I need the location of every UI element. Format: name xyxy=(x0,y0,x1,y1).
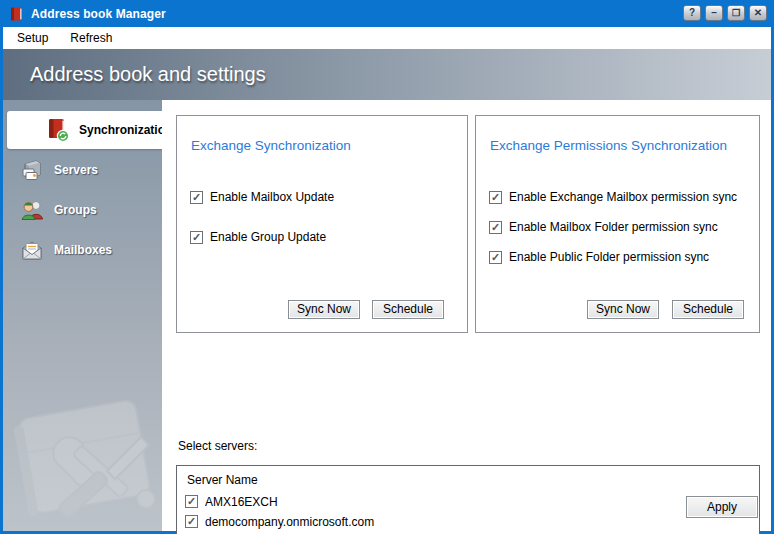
menubar: Setup Refresh xyxy=(3,27,771,49)
sidebar-item-label: Servers xyxy=(54,163,98,177)
sidebar-item-servers[interactable]: Servers xyxy=(3,151,162,189)
sidebar: Synchronization Servers xyxy=(3,100,162,531)
minimize-button[interactable]: – xyxy=(705,5,723,21)
server-row-amx16exch[interactable]: AMX16EXCH xyxy=(185,493,278,510)
checkbox-label: Enable Mailbox Folder permission sync xyxy=(509,220,718,234)
sidebar-item-label: Mailboxes xyxy=(54,243,112,257)
window-title: Address book Manager xyxy=(31,7,166,21)
red-book-icon xyxy=(8,6,24,22)
window-controls: ? – ❒ ✕ xyxy=(683,5,767,21)
sync-book-icon xyxy=(44,117,70,143)
exchange-permissions-sync-panel: Exchange Permissions Synchronization Ena… xyxy=(475,115,760,333)
exchange-sync-title: Exchange Synchronization xyxy=(191,138,351,153)
server-name-column-header: Server Name xyxy=(187,473,258,487)
server-listbox: Server Name AMX16EXCH democompany.onmicr… xyxy=(176,465,760,534)
checkbox-mailbox-folder-permission-sync[interactable]: Enable Mailbox Folder permission sync xyxy=(489,219,718,235)
sidebar-item-label: Synchronization xyxy=(79,123,162,137)
menu-refresh[interactable]: Refresh xyxy=(62,28,120,48)
checkbox-label: Enable Public Folder permission sync xyxy=(509,250,709,264)
tools-watermark-icon xyxy=(3,379,162,531)
checkbox-label: Enable Exchange Mailbox permission sync xyxy=(509,190,737,204)
apply-button[interactable]: Apply xyxy=(686,496,758,518)
sidebar-item-mailboxes[interactable]: Mailboxes xyxy=(3,231,162,269)
menu-setup[interactable]: Setup xyxy=(9,28,56,48)
checkbox-exchange-mailbox-permission-sync[interactable]: Enable Exchange Mailbox permission sync xyxy=(489,189,737,205)
body: Synchronization Servers xyxy=(3,100,771,531)
help-button[interactable]: ? xyxy=(683,5,701,21)
servers-icon xyxy=(19,157,45,183)
server-name: AMX16EXCH xyxy=(205,495,278,509)
checkbox-label: Enable Mailbox Update xyxy=(210,190,334,204)
groups-icon xyxy=(19,197,45,223)
checkbox-checked-icon xyxy=(190,191,203,204)
mailboxes-icon xyxy=(19,237,45,263)
server-name: democompany.onmicrosoft.com xyxy=(205,515,374,529)
checkbox-checked-icon xyxy=(185,515,198,528)
server-row-democompany[interactable]: democompany.onmicrosoft.com xyxy=(185,513,374,530)
page-header: Address book and settings xyxy=(3,49,771,100)
content: Exchange Synchronization Enable Mailbox … xyxy=(162,100,771,531)
exchange-permissions-sync-title: Exchange Permissions Synchronization xyxy=(490,138,727,153)
checkbox-enable-group-update[interactable]: Enable Group Update xyxy=(190,229,326,245)
checkbox-enable-mailbox-update[interactable]: Enable Mailbox Update xyxy=(190,189,334,205)
checkbox-checked-icon xyxy=(185,495,198,508)
checkbox-checked-icon xyxy=(489,221,502,234)
maximize-button[interactable]: ❒ xyxy=(727,5,745,21)
checkbox-checked-icon xyxy=(489,191,502,204)
close-button[interactable]: ✕ xyxy=(749,5,767,21)
sidebar-item-synchronization[interactable]: Synchronization xyxy=(7,111,162,149)
checkbox-checked-icon xyxy=(489,251,502,264)
sidebar-item-groups[interactable]: Groups xyxy=(3,191,162,229)
page-title: Address book and settings xyxy=(30,63,266,86)
exchange-sync-panel: Exchange Synchronization Enable Mailbox … xyxy=(176,115,468,333)
sync-now-button[interactable]: Sync Now xyxy=(288,300,360,319)
checkbox-checked-icon xyxy=(190,231,203,244)
titlebar[interactable]: Address book Manager ? – ❒ ✕ xyxy=(0,0,774,27)
app-window: Address book Manager ? – ❒ ✕ Setup Refre… xyxy=(0,0,774,534)
schedule-button[interactable]: Schedule xyxy=(372,300,444,319)
checkbox-label: Enable Group Update xyxy=(210,230,326,244)
sidebar-item-label: Groups xyxy=(54,203,97,217)
schedule-button[interactable]: Schedule xyxy=(672,300,744,319)
select-servers-label: Select servers: xyxy=(178,439,257,453)
checkbox-public-folder-permission-sync[interactable]: Enable Public Folder permission sync xyxy=(489,249,709,265)
sync-now-button[interactable]: Sync Now xyxy=(587,300,659,319)
